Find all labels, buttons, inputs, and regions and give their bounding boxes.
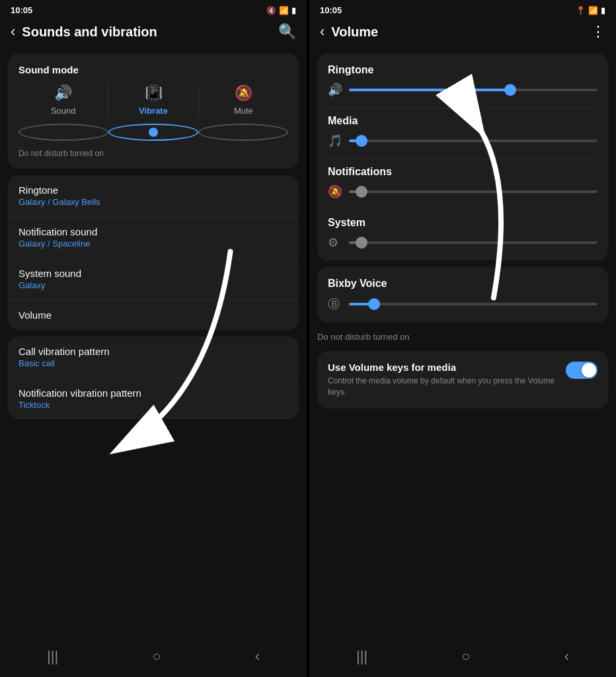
system-slider-thumb <box>356 237 367 249</box>
right-status-icons: 📍 📶 ▮ <box>576 6 605 15</box>
left-content: Sound mode 🔊 Sound 📳 Vibrate 🔕 Mute <box>0 48 307 640</box>
ringtone-slider-fill <box>349 89 510 91</box>
right-wifi-icon: 📶 <box>588 6 598 15</box>
ringtone-slider-row: 🔊 <box>328 83 597 97</box>
system-slider-fill <box>349 241 362 244</box>
sound-mode-radios <box>19 124 288 141</box>
vol-keys-title: Use Volume keys for media <box>328 362 558 373</box>
left-status-bar: 10:05 🔇 📶 ▮ <box>0 0 307 18</box>
mute-option[interactable]: 🔕 Mute <box>199 85 288 116</box>
sound-mode-options: 🔊 Sound 📳 Vibrate 🔕 Mute <box>19 85 288 116</box>
system-slider-row: ⚙ <box>328 235 597 250</box>
left-bottom-nav: ||| ○ ‹ <box>0 640 307 677</box>
bixby-slider-track[interactable] <box>349 303 597 305</box>
left-battery-icon: ▮ <box>291 6 296 15</box>
right-status-bar: 10:05 📍 📶 ▮ <box>309 0 616 18</box>
system-sound-item[interactable]: System sound Galaxy <box>8 259 299 300</box>
ringtone-slider-thumb <box>504 84 516 96</box>
media-volume-label: Media <box>328 115 597 127</box>
vol-keys-header: Use Volume keys for media Control the me… <box>328 362 597 398</box>
radio-mute[interactable] <box>198 124 288 141</box>
right-home-button[interactable]: ○ <box>461 648 470 665</box>
left-mute-icon: 🔇 <box>266 6 276 15</box>
right-back-nav-button[interactable]: ‹ <box>564 648 569 665</box>
vol-keys-toggle[interactable] <box>566 362 597 379</box>
bixby-card: Bixby Voice Ⓑ <box>317 267 608 323</box>
dnd-text-left: Do not disturb turned on <box>19 149 288 158</box>
call-vibration-title: Call vibration pattern <box>19 346 288 357</box>
notification-sound-title: Notification sound <box>19 226 288 237</box>
notifications-slider-thumb <box>356 186 367 198</box>
left-top-bar: ‹ Sounds and vibration 🔍 <box>0 18 307 48</box>
system-slider-track[interactable] <box>349 241 597 244</box>
vibration-settings-list: Call vibration pattern Basic call Notifi… <box>8 337 299 419</box>
ringtone-title: Ringtone <box>19 184 288 196</box>
vibrate-mode-icon: 📳 <box>145 85 163 102</box>
right-battery-icon: ▮ <box>601 6 605 15</box>
notifications-volume-label: Notifications <box>328 166 597 178</box>
right-content: Ringtone 🔊 Media 🎵 <box>309 48 616 640</box>
vol-keys-text: Use Volume keys for media Control the me… <box>328 362 558 398</box>
sound-option[interactable]: 🔊 Sound <box>19 85 108 116</box>
right-dnd-text: Do not disturb turned on <box>317 329 608 344</box>
right-time: 10:05 <box>320 5 342 15</box>
call-vibration-item[interactable]: Call vibration pattern Basic call <box>8 337 299 378</box>
volume-sliders-card: Ringtone 🔊 Media 🎵 <box>317 54 608 260</box>
volume-item[interactable]: Volume <box>8 300 299 330</box>
left-status-icons: 🔇 📶 ▮ <box>266 6 296 15</box>
ringtone-slider-track[interactable] <box>349 89 597 91</box>
right-page-title: Volume <box>331 24 584 40</box>
bixby-label: Bixby Voice <box>328 278 597 290</box>
notification-sound-sub: Galaxy / Spaceline <box>19 239 288 249</box>
system-volume-icon: ⚙ <box>328 235 342 250</box>
sound-mode-label: Sound <box>51 106 76 116</box>
right-location-icon: 📍 <box>576 6 586 15</box>
media-slider-track[interactable] <box>349 139 597 142</box>
vol-divider-2 <box>328 159 597 159</box>
radio-vibrate[interactable] <box>108 124 198 141</box>
left-phone-panel: 10:05 🔇 📶 ▮ ‹ Sounds and vibration 🔍 Sou… <box>0 0 307 677</box>
right-back-button[interactable]: ‹ <box>320 23 325 40</box>
mute-mode-label: Mute <box>234 106 253 116</box>
left-back-nav-button[interactable]: ‹ <box>255 648 260 665</box>
right-phone-panel: 10:05 📍 📶 ▮ ‹ Volume ⋮ Ringtone 🔊 <box>309 0 616 677</box>
radio-sound[interactable] <box>19 124 108 141</box>
radio-vibrate-btn <box>108 124 198 141</box>
ringtone-volume-section: Ringtone 🔊 <box>328 64 597 97</box>
notifications-slider-track[interactable] <box>349 190 597 193</box>
vol-keys-toggle-knob <box>582 363 596 378</box>
media-volume-icon: 🎵 <box>328 134 342 148</box>
sound-mode-icon: 🔊 <box>54 85 72 102</box>
vibrate-option[interactable]: 📳 Vibrate <box>108 85 198 116</box>
ringtone-item[interactable]: Ringtone Galaxy / Galaxy Bells <box>8 175 299 217</box>
vibrate-mode-label: Vibrate <box>139 106 168 116</box>
sound-mode-card: Sound mode 🔊 Sound 📳 Vibrate 🔕 Mute <box>8 54 299 169</box>
left-back-button[interactable]: ‹ <box>11 23 15 40</box>
left-page-title: Sounds and vibration <box>22 24 272 40</box>
call-vibration-sub: Basic call <box>19 358 288 368</box>
vol-keys-sub: Control the media volume by default when… <box>328 376 558 398</box>
mute-mode-icon: 🔕 <box>235 85 252 102</box>
left-time: 10:05 <box>11 5 32 15</box>
right-recent-button[interactable]: ||| <box>356 648 367 665</box>
volume-title: Volume <box>19 309 288 321</box>
right-menu-button[interactable]: ⋮ <box>591 23 605 40</box>
notifications-volume-icon: 🔕 <box>328 184 342 199</box>
radio-vibrate-inner <box>149 128 158 137</box>
notif-vibration-title: Notification vibration pattern <box>19 387 288 399</box>
system-volume-section: System ⚙ <box>328 217 597 250</box>
vol-divider-3 <box>328 210 597 210</box>
right-bottom-nav: ||| ○ ‹ <box>309 640 616 677</box>
left-wifi-icon: 📶 <box>279 6 289 15</box>
bixby-volume-icon: Ⓑ <box>328 296 342 312</box>
notif-vibration-item[interactable]: Notification vibration pattern Ticktock <box>8 378 299 419</box>
left-recent-button[interactable]: ||| <box>47 648 58 665</box>
left-home-button[interactable]: ○ <box>152 648 161 665</box>
ringtone-sub: Galaxy / Galaxy Bells <box>19 197 288 207</box>
bixby-slider-fill <box>349 303 374 305</box>
left-search-button[interactable]: 🔍 <box>278 23 296 40</box>
notifications-slider-row: 🔕 <box>328 184 597 199</box>
radio-sound-btn <box>19 124 108 141</box>
media-slider-thumb <box>356 135 367 147</box>
notification-sound-item[interactable]: Notification sound Galaxy / Spaceline <box>8 217 299 259</box>
